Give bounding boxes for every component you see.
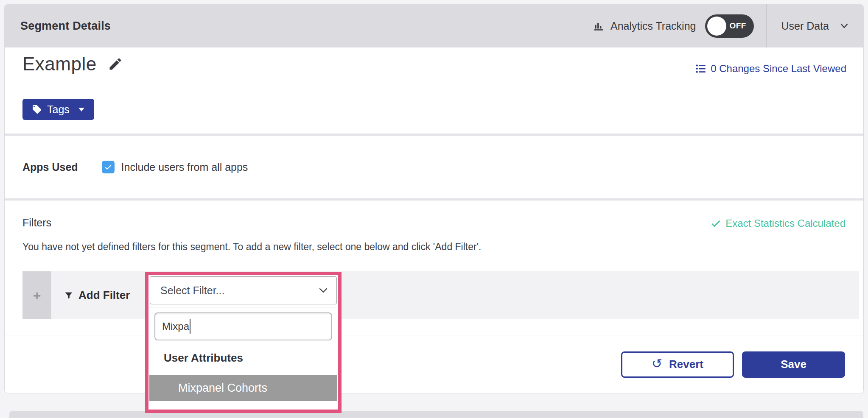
pencil-icon[interactable] [108,56,123,72]
analytics-tracking-label: Analytics Tracking [610,20,696,32]
include-all-apps-label: Include users from all apps [121,161,248,173]
list-icon [695,63,706,74]
filter-select-value: Select Filter... [160,284,224,297]
save-button[interactable]: Save [742,351,845,378]
option-mixpanel-cohorts[interactable]: Mixpanel Cohorts [149,375,337,401]
filters-section: Filters Exact Statistics Calculated You … [5,201,863,335]
exact-statistics-label: Exact Statistics Calculated [725,217,846,229]
segment-name-section: Example 0 Changes Since Last Viewed Tags [5,47,863,134]
tags-dropdown-button[interactable]: Tags [22,99,94,120]
chevron-down-icon [840,23,848,29]
option-group-header: User Attributes [164,351,337,365]
add-filter-label: Add Filter [78,289,130,302]
changes-link-label: 0 Changes Since Last Viewed [711,63,846,75]
top-header-bar: Segment Details Analytics Tracking OFF U… [4,4,864,47]
funnel-icon [64,291,73,300]
include-all-apps-checkbox[interactable] [102,161,115,173]
revert-button[interactable]: ↺ Revert [621,351,734,378]
user-data-label: User Data [781,20,829,32]
filter-select-control[interactable]: Select Filter... [150,276,337,304]
bar-chart-icon [593,20,605,32]
top-header-right: Analytics Tracking OFF User Data [593,4,864,47]
apps-used-label: Apps Used [22,161,78,173]
analytics-tracking-group: Analytics Tracking OFF [593,14,766,38]
chevron-down-icon [319,287,328,293]
text-caret [190,319,190,334]
exact-statistics-status: Exact Statistics Calculated [710,217,846,229]
include-all-apps-row: Include users from all apps [102,161,248,173]
toggle-state-label: OFF [729,21,746,31]
segment-name: Example [22,53,97,75]
plus-icon: + [33,289,41,302]
user-data-dropdown[interactable]: User Data [767,20,864,32]
changes-since-last-viewed-link[interactable]: 0 Changes Since Last Viewed [695,63,846,75]
analytics-tracking-toggle[interactable]: OFF [705,14,754,38]
segment-details-card: Example 0 Changes Since Last Viewed Tags… [4,47,864,393]
filter-select-panel: Mixpa User Attributes Mixpanel Cohorts [149,307,337,409]
revert-icon: ↺ [652,357,662,370]
revert-button-label: Revert [669,358,703,371]
add-filter-label-wrap: Add Filter [64,271,130,319]
page-title: Segment Details [4,20,111,33]
add-filter-plus-button[interactable]: + [22,271,51,319]
bottom-panel-edge [9,411,863,418]
save-button-label: Save [781,358,806,371]
segment-name-row: Example [22,53,123,75]
filters-empty-text: You have not yet defined filters for thi… [22,241,481,253]
tag-icon [32,104,42,114]
filter-search-value: Mixpa [162,320,189,332]
card-footer: ↺ Revert Save [5,335,863,393]
check-icon [710,218,721,229]
toggle-knob [707,17,726,36]
caret-down-icon [78,107,85,112]
filters-title: Filters [22,217,51,229]
filter-select-highlight-box: Select Filter... Mixpa User Attributes M… [145,272,342,413]
filter-search-input[interactable]: Mixpa [154,312,332,340]
tags-button-label: Tags [47,103,70,116]
apps-used-section: Apps Used Include users from all apps [5,136,863,198]
